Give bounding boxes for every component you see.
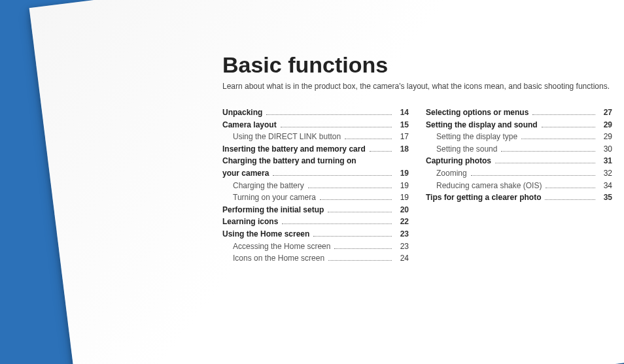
toc-label: Charging the battery and turning on (222, 155, 409, 167)
toc-entry[interactable]: Setting the display and sound29 (426, 119, 612, 131)
toc-label: Using the Home screen (222, 228, 309, 240)
toc-page-number: 34 (598, 180, 612, 192)
toc-label: Camera layout (222, 119, 277, 131)
toc-leader-dots (328, 212, 392, 212)
toc-leader-dots (313, 236, 392, 237)
toc-entry[interactable]: Capturing photos31 (426, 155, 612, 167)
toc-page-number: 29 (598, 119, 612, 131)
toc-entry[interactable]: Charging the battery19 (222, 180, 409, 192)
toc-label: Accessing the Home screen (222, 240, 330, 253)
viewport: Basic functions Learn about what is in t… (0, 0, 624, 364)
toc-leader-dots (545, 199, 595, 200)
toc-entry[interactable]: Reducing camera shake (OIS)34 (426, 180, 612, 192)
toc-leader-dots (273, 175, 392, 176)
toc-label: Setting the display type (426, 131, 517, 143)
toc-entry[interactable]: Learning icons22 (222, 216, 409, 228)
toc-label: Learning icons (222, 216, 278, 228)
toc-page-number: 29 (598, 131, 612, 143)
toc-label: Capturing photos (426, 155, 491, 167)
toc-leader-dots (308, 188, 392, 188)
toc-label: Reducing camera shake (OIS) (426, 180, 542, 192)
toc-page-number: 32 (598, 167, 612, 180)
toc-column-left: Unpacking14Camera layout15Using the DIRE… (222, 107, 409, 265)
toc-label: Using the DIRECT LINK button (222, 131, 341, 143)
toc-entry[interactable]: Setting the sound30 (426, 143, 612, 156)
toc-leader-dots (521, 139, 595, 139)
toc-leader-dots (266, 114, 392, 115)
toc-page-number: 17 (394, 131, 409, 143)
toc-leader-dots (370, 151, 392, 152)
toc-label: your camera (222, 167, 269, 180)
toc-entry[interactable]: Using the DIRECT LINK button17 (222, 131, 409, 143)
toc-page-number: 14 (394, 107, 409, 119)
toc-label: Zooming (426, 167, 467, 180)
toc-page-number: 19 (394, 191, 409, 204)
toc-entry[interactable]: Performing the initial setup20 (222, 204, 409, 216)
toc-entry[interactable]: Tips for getting a clearer photo35 (426, 191, 612, 204)
toc-label: Turning on your camera (222, 191, 316, 204)
toc-entry[interactable]: Unpacking14 (222, 107, 409, 119)
toc-page-number: 24 (394, 252, 409, 265)
toc-label: Setting the display and sound (426, 119, 538, 131)
toc-leader-dots (281, 127, 392, 127)
toc-page-number: 23 (394, 228, 409, 240)
toc-page-number: 27 (598, 107, 612, 119)
toc-columns: Unpacking14Camera layout15Using the DIRE… (222, 107, 615, 265)
toc-leader-dots (471, 175, 595, 176)
toc-leader-dots (501, 151, 595, 152)
document-page: Basic functions Learn about what is in t… (29, 0, 624, 364)
toc-page-number: 35 (598, 191, 612, 204)
toc-page-number: 19 (394, 167, 409, 180)
toc-page-number: 30 (598, 143, 612, 156)
page-content: Basic functions Learn about what is in t… (222, 52, 615, 265)
toc-leader-dots (334, 248, 392, 249)
toc-page-number: 20 (394, 204, 409, 216)
toc-label: Inserting the battery and memory card (222, 143, 366, 156)
toc-page-number: 22 (394, 216, 409, 228)
toc-leader-dots (532, 114, 595, 115)
toc-entry[interactable]: Inserting the battery and memory card18 (222, 143, 409, 156)
toc-label: Performing the initial setup (222, 204, 324, 216)
toc-entry[interactable]: Selecting options or menus27 (426, 107, 612, 119)
toc-label: Icons on the Home screen (222, 252, 324, 265)
toc-page-number: 19 (394, 180, 409, 192)
toc-leader-dots (320, 199, 392, 200)
toc-label: Selecting options or menus (426, 107, 529, 119)
toc-leader-dots (495, 163, 595, 163)
toc-leader-dots (345, 139, 392, 139)
toc-leader-dots (328, 260, 392, 261)
toc-page-number: 23 (394, 240, 409, 253)
page-title: Basic functions (222, 52, 615, 78)
toc-label: Setting the sound (426, 143, 497, 156)
toc-entry[interactable]: Icons on the Home screen24 (222, 252, 409, 265)
toc-entry[interactable]: Using the Home screen23 (222, 228, 409, 240)
toc-page-number: 31 (598, 155, 612, 167)
toc-entry[interactable]: Camera layout15 (222, 119, 409, 131)
toc-entry[interactable]: Turning on your camera19 (222, 191, 409, 204)
toc-entry[interactable]: Zooming32 (426, 167, 612, 180)
page-subtitle: Learn about what is in the product box, … (222, 82, 615, 91)
toc-entry[interactable]: Setting the display type29 (426, 131, 612, 143)
toc-column-right: Selecting options or menus27Setting the … (426, 107, 612, 265)
toc-label: Charging the battery (222, 180, 304, 192)
toc-leader-dots (546, 188, 595, 188)
toc-entry[interactable]: Accessing the Home screen23 (222, 240, 409, 253)
toc-label: Unpacking (222, 107, 262, 119)
toc-entry[interactable]: Charging the battery and turning onyour … (222, 155, 409, 179)
toc-page-number: 18 (394, 143, 409, 156)
toc-leader-dots (282, 223, 392, 224)
toc-leader-dots (542, 127, 595, 127)
toc-page-number: 15 (394, 119, 409, 131)
toc-label: Tips for getting a clearer photo (426, 191, 541, 204)
